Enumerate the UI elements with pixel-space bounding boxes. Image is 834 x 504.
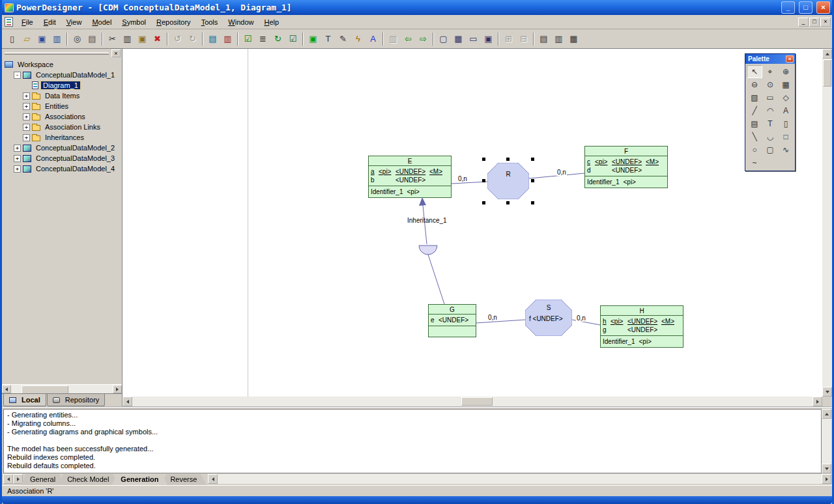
tabs-scroll-left-icon[interactable] <box>3 474 13 484</box>
window-tile-button[interactable]: ▦ <box>451 32 466 46</box>
tree-item-data-items[interactable]: +Data Items <box>3 91 122 101</box>
save-all-button[interactable]: ▥ <box>50 32 65 46</box>
selection-handle[interactable] <box>531 158 534 161</box>
next-button[interactable]: ⇨ <box>416 32 431 46</box>
entity-tool[interactable]: ▭ <box>762 91 778 104</box>
zoom-in-tool[interactable]: ⊕ <box>778 65 794 78</box>
selection-handle[interactable] <box>531 179 534 182</box>
scroll-right-icon[interactable] <box>822 474 831 484</box>
ellipse-tool[interactable]: ○ <box>747 143 762 156</box>
title-bar[interactable]: PowerDesigner - [CDM ConceptualDataModel… <box>2 0 832 15</box>
selection-handle[interactable] <box>482 158 485 161</box>
tree-expander-icon[interactable]: - <box>14 72 21 79</box>
scroll-right-icon[interactable] <box>812 397 822 406</box>
output-horizontal-scrollbar[interactable] <box>208 474 831 484</box>
scroll-left-icon[interactable] <box>208 474 218 484</box>
tree-item-workspace[interactable]: Workspace <box>3 59 122 70</box>
entity-h[interactable]: Hh<pi><UNDEF><M>g<UNDEF>Identifier_1<pi> <box>600 305 683 348</box>
find-button[interactable]: ◎ <box>70 32 85 46</box>
paste-button[interactable]: ▣ <box>135 32 150 46</box>
tree-expander-icon[interactable]: + <box>23 124 30 131</box>
list-report-button[interactable]: ≣ <box>255 32 270 46</box>
list-items-button[interactable]: ▥ <box>551 32 566 46</box>
menu-window[interactable]: Window <box>223 16 259 28</box>
menu-model[interactable]: Model <box>87 16 117 28</box>
scroll-down-icon[interactable] <box>822 464 831 473</box>
entity-e[interactable]: Ea<pi><UNDEF><M>b<UNDEF>Identifier_1<pi> <box>368 156 452 198</box>
pencil-button[interactable]: ✎ <box>336 32 351 46</box>
zoom-out-tool[interactable]: ⊖ <box>747 78 762 91</box>
list-grid-button[interactable]: ▦ <box>566 32 581 46</box>
entity-g[interactable]: Ge<UNDEF> <box>428 304 476 337</box>
tree-item-conceptualdatamodel-3[interactable]: +ConceptualDataModel_3 <box>3 153 122 163</box>
validate-button[interactable]: ☑ <box>285 32 300 46</box>
tabs-scroll-right-icon[interactable] <box>13 474 23 484</box>
window-vertical-button[interactable]: ▣ <box>481 32 496 46</box>
canvas-horizontal-scrollbar[interactable] <box>122 397 822 406</box>
save-button[interactable]: ▣ <box>35 32 50 46</box>
open-diagram-tool[interactable]: ▦ <box>778 78 794 91</box>
zoom-window-tool[interactable]: ⊙ <box>762 78 778 91</box>
refresh-button[interactable]: ↻ <box>270 32 285 46</box>
cut-button[interactable]: ✂ <box>105 32 120 46</box>
mdi-minimize-button[interactable]: _ <box>798 18 809 27</box>
selection-handle[interactable] <box>506 201 510 204</box>
tree-expander-icon[interactable]: + <box>23 103 30 110</box>
open-button[interactable]: ▱ <box>20 32 35 46</box>
tree-item-entities[interactable]: +Entities <box>3 101 122 111</box>
workspace-tab-local[interactable]: Local <box>3 394 46 406</box>
tree-item-conceptualdatamodel-1[interactable]: -ConceptualDataModel_1 <box>3 70 122 80</box>
menu-tools[interactable]: Tools <box>196 16 223 28</box>
diagram-canvas[interactable]: 0,n0,n0,n0,nInheritance_1Ea<pi><UNDEF><M… <box>122 49 822 397</box>
mdi-restore-button[interactable]: □ <box>809 18 820 27</box>
report-button[interactable]: ▥ <box>220 32 235 46</box>
entity-f[interactable]: Fc<pi><UNDEF><M>d<UNDEF>Identifier_1<pi> <box>584 146 668 188</box>
menu-help[interactable]: Help <box>259 16 284 28</box>
workspace-panel-header[interactable]: × <box>2 49 122 58</box>
inheritance-tool[interactable]: ◠ <box>762 104 778 117</box>
menu-symbol[interactable]: Symbol <box>117 16 151 28</box>
package-tool[interactable]: ▧ <box>747 91 762 104</box>
delete-button[interactable]: ✖ <box>150 32 165 46</box>
note-tool[interactable]: ▤ <box>747 117 762 130</box>
copy-button[interactable]: ▥ <box>120 32 135 46</box>
rounded-rectangle-tool[interactable]: ▢ <box>762 143 778 156</box>
menu-file[interactable]: File <box>16 16 38 28</box>
output-tab-general[interactable]: General <box>21 474 65 485</box>
title-tool[interactable]: T <box>762 117 778 130</box>
selection-handle[interactable] <box>482 201 485 204</box>
menu-repository[interactable]: Repository <box>151 16 196 28</box>
pointer-tool[interactable]: ↖ <box>747 65 762 78</box>
tree-item-association-links[interactable]: +Association Links <box>3 122 122 132</box>
palette-close-icon[interactable]: × <box>786 55 794 63</box>
tree-item-conceptualdatamodel-4[interactable]: +ConceptualDataModel_4 <box>3 163 122 174</box>
minimize-button[interactable]: _ <box>781 1 795 14</box>
close-button[interactable]: × <box>816 1 830 14</box>
mdi-close-button[interactable]: × <box>820 18 831 27</box>
lightning-button[interactable]: ϟ <box>351 32 366 46</box>
document-icon[interactable] <box>5 17 13 27</box>
freehand-tool[interactable]: ~ <box>747 156 762 169</box>
maximize-button[interactable]: □ <box>799 1 812 14</box>
previous-button[interactable]: ⇦ <box>401 32 416 46</box>
print-button[interactable]: ▤ <box>85 32 100 46</box>
scroll-left-icon[interactable] <box>122 397 132 406</box>
tree-expander-icon[interactable]: + <box>23 134 30 141</box>
tree-expander-icon[interactable]: + <box>14 165 21 173</box>
output-tab-reverse[interactable]: Reverse <box>161 474 206 485</box>
output-tab-check-model[interactable]: Check Model <box>58 474 118 485</box>
output-vertical-scrollbar[interactable] <box>822 409 831 473</box>
rectangle-tool[interactable]: □ <box>778 130 794 143</box>
title-tool-button[interactable]: T <box>321 32 336 46</box>
polyline-tool[interactable]: ∿ <box>778 143 794 156</box>
tree-expander-icon[interactable]: + <box>23 92 30 100</box>
grabber-tool[interactable]: ⌖ <box>762 65 778 78</box>
panel-close-icon[interactable]: × <box>111 49 121 57</box>
association-r[interactable]: R <box>487 163 529 199</box>
scroll-right-icon[interactable] <box>113 385 122 393</box>
properties-button[interactable]: ▤ <box>205 32 220 46</box>
palette-title-bar[interactable]: Palette × <box>745 54 795 64</box>
generate-model-button[interactable]: ▣ <box>306 32 321 46</box>
tree-item-associations[interactable]: +Associations <box>3 111 122 122</box>
scroll-down-icon[interactable] <box>822 387 832 397</box>
